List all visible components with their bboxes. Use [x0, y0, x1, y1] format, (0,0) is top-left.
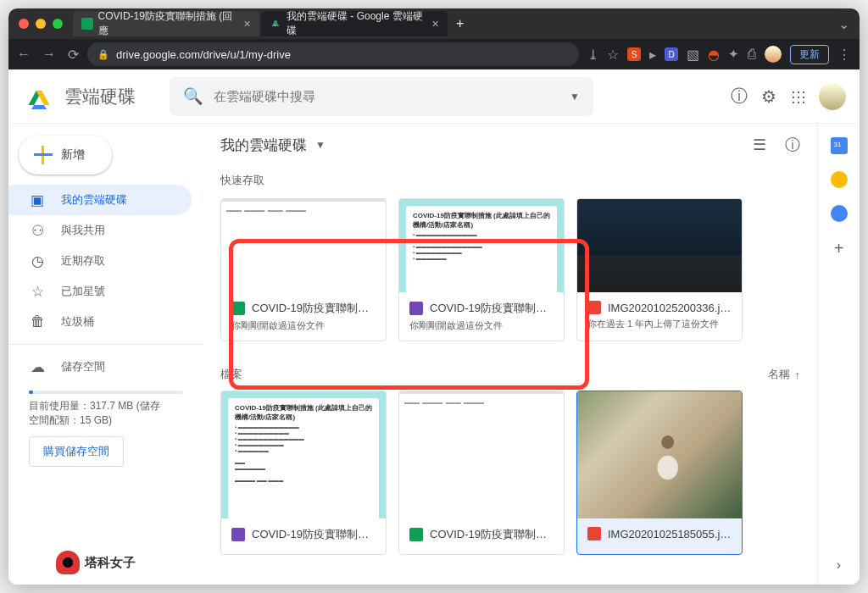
cloud-icon: ☁ [29, 358, 46, 376]
chevron-down-icon[interactable]: ⌄ [838, 16, 849, 32]
sort-control[interactable]: 名稱 ↑ [768, 367, 801, 382]
sidebar-item-label: 儲存空間 [61, 359, 105, 374]
menu-icon[interactable]: ⋮ [837, 47, 851, 63]
help-icon[interactable]: ⓘ [731, 85, 748, 108]
file-card[interactable]: ▬▬▬ ▬▬▬▬ ▬▬▬ ▬▬▬▬ COVID-19防疫實聯制措施 (... [398, 391, 565, 555]
search-icon: 🔍 [183, 86, 203, 106]
drive-icon: ▣ [29, 191, 46, 209]
extension-icon[interactable]: ▧ [687, 47, 699, 63]
files-grid: COVID-19防疫實聯制措施 (此處請填上自己的機構/活動/店家名稱)▪ ▬▬… [220, 391, 800, 555]
sidebar-item-shared[interactable]: ⚇ 與我共用 [8, 215, 192, 246]
extension-icon[interactable]: ◓ [708, 47, 720, 63]
list-view-icon[interactable]: ☰ [753, 136, 766, 154]
header-actions: ⓘ ⚙ [731, 83, 846, 110]
sidebar-item-label: 與我共用 [61, 223, 105, 238]
apps-grid-icon[interactable] [790, 89, 805, 104]
file-name: COVID-19防疫實聯制措施 - ... [430, 301, 554, 316]
profile-avatar-small[interactable] [765, 46, 782, 63]
maximize-window-button[interactable] [53, 19, 63, 29]
quick-access-card[interactable]: COVID-19防疫實聯制措施 (此處請填上自己的機構/活動/店家名稱)▪ ▬▬… [398, 198, 565, 341]
buy-storage-button[interactable]: 購買儲存空間 [29, 436, 124, 467]
right-sidebar: 31 + › [817, 124, 860, 585]
file-card[interactable]: COVID-19防疫實聯制措施 (此處請填上自己的機構/活動/店家名稱)▪ ▬▬… [220, 391, 387, 555]
sort-label: 名稱 [768, 367, 790, 382]
drive-icon [270, 17, 281, 31]
url-text: drive.google.com/drive/u/1/my-drive [116, 48, 291, 61]
storage-info: 目前使用量：317.7 MB (儲存 空間配額：15 GB) 購買儲存空間 [8, 382, 203, 470]
arrow-up-icon: ↑ [795, 369, 801, 381]
chevron-down-icon[interactable]: ▼ [315, 139, 326, 151]
dropdown-icon[interactable]: ▼ [570, 91, 580, 103]
extension-icon[interactable]: ▸ [649, 47, 656, 63]
profile-avatar[interactable] [819, 83, 846, 110]
quick-access-card[interactable]: IMG20201025200336.jpg 你在過去 1 年內上傳了這份文件 [576, 198, 743, 341]
sidebar-item-my-drive[interactable]: ▣ 我的雲端硬碟 [8, 185, 192, 215]
extension-icon[interactable]: S [627, 47, 641, 61]
quick-access-row: ▬▬▬ ▬▬▬▬ ▬▬▬ ▬▬▬▬ COVID-19防疫實聯制措施 (... 你… [220, 198, 800, 341]
sidebar: 新增 ▣ 我的雲端硬碟 ⚇ 與我共用 ◷ 近期存取 ☆ 已加星號 [8, 124, 203, 585]
search-input[interactable] [214, 89, 559, 103]
address-bar[interactable]: 🔒 drive.google.com/drive/u/1/my-drive [87, 42, 579, 66]
update-button[interactable]: 更新 [790, 45, 829, 64]
sidebar-item-storage[interactable]: ☁ 儲存空間 [8, 352, 192, 382]
sheets-icon [81, 18, 93, 30]
forward-button[interactable]: → [42, 47, 56, 63]
file-preview: ▬▬▬ ▬▬▬▬ ▬▬▬ ▬▬▬▬ [221, 199, 386, 292]
chevron-right-icon[interactable]: › [837, 557, 841, 573]
file-name: IMG20201025200336.jpg [608, 302, 732, 314]
reload-button[interactable]: ⟳ [68, 47, 79, 63]
cast-icon[interactable]: ⎙ [748, 47, 756, 62]
drive-triangle-icon [22, 80, 56, 114]
tab-item[interactable]: 我的雲端硬碟 - Google 雲端硬碟 ✕ [261, 11, 448, 36]
extensions-menu-icon[interactable]: ✦ [728, 47, 739, 62]
extension-icon[interactable]: D [665, 47, 678, 61]
watermark: 塔科女子 [56, 551, 136, 574]
file-name: COVID-19防疫實聯制措施 - ... [252, 527, 376, 542]
close-tab-icon[interactable]: ✕ [431, 19, 439, 30]
add-addon-icon[interactable]: + [834, 239, 844, 258]
sidebar-item-recent[interactable]: ◷ 近期存取 [8, 246, 192, 276]
close-window-button[interactable] [19, 19, 29, 29]
back-button[interactable]: ← [17, 47, 31, 63]
sidebar-item-starred[interactable]: ☆ 已加星號 [8, 276, 192, 307]
sheets-icon [231, 302, 245, 315]
tasks-icon[interactable] [831, 205, 848, 222]
star-icon[interactable]: ☆ [607, 47, 619, 63]
people-icon: ⚇ [29, 222, 46, 240]
storage-text: 目前使用量：317.7 MB (儲存 [29, 399, 183, 413]
new-tab-button[interactable]: + [449, 16, 470, 31]
calendar-icon[interactable]: 31 [831, 137, 848, 154]
minimize-window-button[interactable] [36, 19, 46, 29]
gear-icon[interactable]: ⚙ [761, 86, 776, 107]
close-tab-icon[interactable]: ✕ [243, 19, 251, 30]
search-bar[interactable]: 🔍 ▼ [170, 77, 593, 116]
file-subtitle: 你剛剛開啟過這份文件 [231, 319, 376, 332]
sidebar-item-trash[interactable]: 🗑 垃圾桶 [8, 307, 192, 337]
file-name: COVID-19防疫實聯制措施 (... [430, 527, 554, 542]
forms-icon [231, 528, 245, 541]
file-preview [577, 391, 742, 518]
file-name: IMG20201025185055.jpg [608, 528, 732, 540]
forms-icon [409, 302, 423, 315]
breadcrumb[interactable]: 我的雲端硬碟 [220, 136, 307, 155]
location-bar: 我的雲端硬碟 ▼ ☰ ⓘ [220, 124, 800, 166]
plus-icon [34, 146, 53, 164]
tab-label: 我的雲端硬碟 - Google 雲端硬碟 [287, 9, 426, 38]
info-icon[interactable]: ⓘ [785, 135, 800, 155]
lock-icon: 🔒 [97, 49, 109, 60]
install-icon[interactable]: ⤓ [587, 47, 598, 63]
browser-tabs: COVID-19防疫實聯制措施 (回應 ✕ 我的雲端硬碟 - Google 雲端… [73, 8, 838, 39]
drive-logo[interactable]: 雲端硬碟 [22, 80, 136, 114]
new-button[interactable]: 新增 [19, 136, 112, 175]
file-preview: COVID-19防疫實聯制措施 (此處請填上自己的機構/活動/店家名稱)▪ ▬▬… [399, 199, 564, 292]
drive-app: 雲端硬碟 🔍 ▼ ⓘ ⚙ 新增 ▣ 我 [8, 69, 860, 585]
drive-header: 雲端硬碟 🔍 ▼ ⓘ ⚙ [8, 69, 860, 124]
section-title-files: 檔案 [220, 367, 242, 382]
file-preview: ▬▬▬ ▬▬▬▬ ▬▬▬ ▬▬▬▬ [399, 391, 564, 518]
brand-text: 雲端硬碟 [64, 85, 136, 108]
new-button-label: 新增 [61, 147, 85, 163]
quick-access-card[interactable]: ▬▬▬ ▬▬▬▬ ▬▬▬ ▬▬▬▬ COVID-19防疫實聯制措施 (... 你… [220, 198, 387, 341]
keep-icon[interactable] [831, 171, 848, 188]
tab-item[interactable]: COVID-19防疫實聯制措施 (回應 ✕ [73, 11, 259, 36]
file-card[interactable]: IMG20201025185055.jpg [576, 391, 743, 555]
